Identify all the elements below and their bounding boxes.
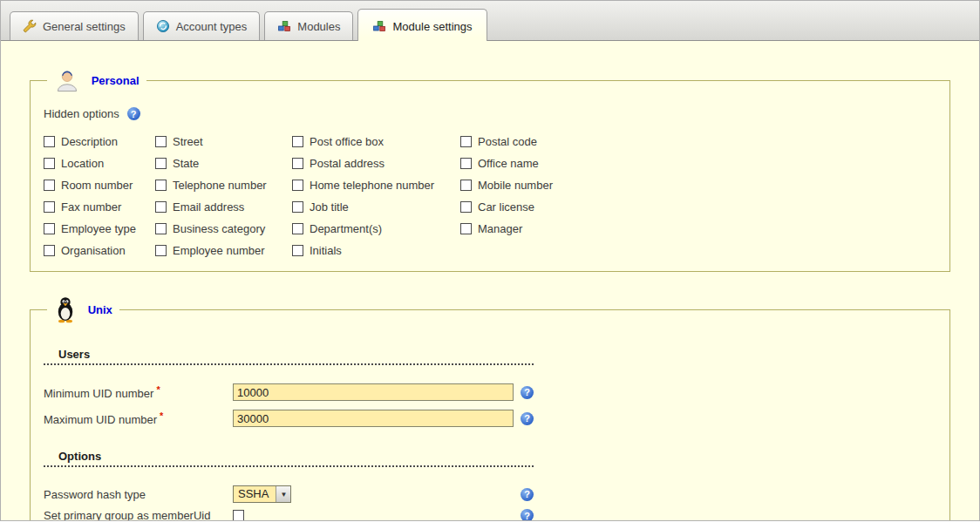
hidden-option-item[interactable]: Organisation <box>44 244 155 257</box>
hidden-options-label: Hidden options <box>44 107 119 120</box>
required-marker: * <box>160 410 163 421</box>
person-icon <box>54 67 80 93</box>
help-icon[interactable]: ? <box>127 107 140 120</box>
password-hash-row: Password hash type SSHA ▼ ? <box>44 485 936 503</box>
hidden-option-label: Manager <box>478 222 522 235</box>
hidden-option-label: Postal code <box>478 135 537 148</box>
dropdown-arrow-icon: ▼ <box>276 486 290 502</box>
hidden-option-item[interactable]: State <box>155 157 292 170</box>
help-icon[interactable]: ? <box>521 412 534 425</box>
users-header-label: Users <box>58 348 90 361</box>
hidden-options-header: Hidden options ? <box>44 107 936 120</box>
max-uid-row: Maximum UID number* ? <box>44 410 936 427</box>
hidden-option-label: Office name <box>478 157 539 170</box>
hidden-option-item[interactable]: Description <box>44 135 155 148</box>
hidden-option-label: Employee type <box>61 222 136 235</box>
hidden-option-label: Car license <box>478 200 534 214</box>
hidden-option-item[interactable]: Location <box>44 157 155 170</box>
hidden-option-item[interactable]: Home telephone number <box>292 179 460 192</box>
hidden-option-checkbox[interactable] <box>155 201 167 213</box>
max-uid-input[interactable] <box>233 410 514 427</box>
hidden-option-checkbox[interactable] <box>155 180 167 191</box>
help-icon[interactable]: ? <box>521 386 534 399</box>
hidden-option-item[interactable]: Postal address <box>292 157 460 170</box>
hidden-option-item[interactable]: Mobile number <box>460 179 936 192</box>
hidden-option-checkbox[interactable] <box>460 158 472 169</box>
hidden-option-checkbox[interactable] <box>44 245 55 256</box>
member-uid-row: Set primary group as memberUid ? <box>44 509 936 521</box>
module-settings-icon <box>372 19 386 33</box>
tux-penguin-icon <box>54 296 77 323</box>
hidden-option-label: Organisation <box>61 244 126 257</box>
hidden-option-checkbox[interactable] <box>155 158 167 169</box>
hidden-option-checkbox[interactable] <box>155 223 167 234</box>
hidden-option-checkbox[interactable] <box>292 180 303 191</box>
hidden-option-checkbox[interactable] <box>44 201 55 213</box>
hidden-option-checkbox[interactable] <box>460 180 472 191</box>
hidden-option-item[interactable]: Employee type <box>44 222 155 235</box>
help-icon[interactable]: ? <box>521 488 534 501</box>
hidden-option-item[interactable]: Postal code <box>460 135 936 148</box>
options-section-header: Options <box>44 450 534 467</box>
tab-account-types[interactable]: Account types <box>143 11 261 40</box>
password-hash-label: Password hash type <box>44 488 233 501</box>
hidden-option-item[interactable]: Fax number <box>44 200 155 214</box>
hidden-option-item[interactable]: Street <box>155 135 292 148</box>
hidden-option-item[interactable]: Manager <box>460 222 936 235</box>
hidden-option-item[interactable]: Initials <box>292 244 460 257</box>
tab-label: Account types <box>176 20 248 33</box>
unix-title: Unix <box>88 303 112 316</box>
hidden-option-label: Department(s) <box>310 222 382 235</box>
tab-modules[interactable]: Modules <box>264 11 353 40</box>
unix-legend: Unix <box>47 296 119 323</box>
hidden-option-label: Postal address <box>310 157 385 170</box>
help-icon[interactable]: ? <box>521 509 534 521</box>
hidden-option-checkbox[interactable] <box>44 158 55 169</box>
tab-general-settings[interactable]: General settings <box>10 11 139 40</box>
hidden-option-checkbox[interactable] <box>460 223 472 234</box>
hidden-option-label: Telephone number <box>173 179 267 192</box>
min-uid-label: Minimum UID number* <box>44 384 233 400</box>
hidden-option-checkbox[interactable] <box>292 245 303 256</box>
wrench-icon <box>23 19 37 33</box>
hidden-option-item[interactable]: Telephone number <box>155 179 292 192</box>
hidden-option-item[interactable]: Employee number <box>155 244 292 257</box>
hidden-option-checkbox[interactable] <box>44 223 55 234</box>
hidden-option-item[interactable]: Room number <box>44 179 155 192</box>
hidden-option-item[interactable]: Department(s) <box>292 222 460 235</box>
member-uid-checkbox[interactable] <box>233 510 244 521</box>
app-frame: General settings Account types <box>0 0 980 521</box>
min-uid-row: Minimum UID number* ? <box>44 383 936 401</box>
member-uid-label: Set primary group as memberUid <box>44 509 233 521</box>
hidden-option-checkbox[interactable] <box>155 245 167 256</box>
min-uid-input[interactable] <box>233 383 514 401</box>
hidden-option-item[interactable]: Post office box <box>292 135 460 148</box>
settings-content: Personal Hidden options ? Description St… <box>1 41 979 521</box>
hidden-option-label: Initials <box>310 244 342 257</box>
hidden-option-label: Employee number <box>173 244 265 257</box>
hidden-option-item[interactable]: Office name <box>460 157 936 170</box>
password-hash-select[interactable]: SSHA ▼ <box>233 485 291 503</box>
hidden-option-item[interactable]: Job title <box>292 200 460 214</box>
hidden-option-checkbox[interactable] <box>44 136 55 147</box>
hidden-option-checkbox[interactable] <box>460 136 472 147</box>
hidden-option-item[interactable]: Email address <box>155 200 292 214</box>
hidden-option-label: Description <box>61 135 118 148</box>
required-marker: * <box>156 384 160 395</box>
hidden-option-checkbox[interactable] <box>292 158 303 169</box>
password-hash-value: SSHA <box>234 486 276 502</box>
hidden-option-checkbox[interactable] <box>155 136 167 147</box>
hidden-option-item[interactable]: Business category <box>155 222 292 235</box>
unix-section: Unix Users Minimum UID number* ? Maximum… <box>30 296 950 521</box>
hidden-option-checkbox[interactable] <box>292 136 303 147</box>
hidden-option-item[interactable]: Car license <box>460 200 936 214</box>
max-uid-label: Maximum UID number* <box>44 410 233 426</box>
hidden-option-checkbox[interactable] <box>44 180 55 191</box>
tab-label: Modules <box>297 20 340 33</box>
hidden-option-label: State <box>173 157 199 170</box>
hidden-option-checkbox[interactable] <box>292 201 303 213</box>
tab-module-settings[interactable]: Module settings <box>357 9 487 41</box>
hidden-option-checkbox[interactable] <box>460 201 472 213</box>
hidden-option-label: Street <box>173 135 203 148</box>
hidden-option-checkbox[interactable] <box>292 223 303 234</box>
